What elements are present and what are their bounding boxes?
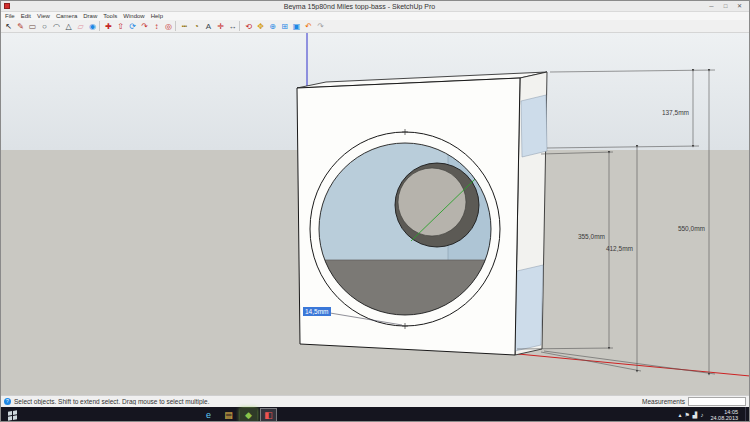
menubar: FileEditViewCameraDrawToolsWindowHelp [1, 12, 749, 20]
offset-tool-icon[interactable]: ◎ [163, 21, 174, 32]
measurements-input[interactable] [688, 397, 746, 406]
minimize-button[interactable]: ─ [705, 2, 718, 11]
clock-date: 24.08.2013 [710, 415, 738, 422]
zoom-extents-tool-icon[interactable]: ▣ [291, 21, 302, 32]
window-title: Beyma 15p80nd Miles topp-bass - SketchUp… [14, 3, 705, 10]
driver-cylinder-bore[interactable] [398, 168, 466, 236]
tray-volume-icon[interactable]: ♪ [700, 407, 703, 422]
speaker-box-model[interactable] [297, 72, 547, 355]
selected-dimension-label[interactable]: 14,5mm [305, 308, 328, 315]
rotate-tool-icon[interactable]: ⟳ [127, 21, 138, 32]
viewport-3d[interactable]: 137,5mm 550,0mm 355,0mm 412,5mm 14,5mm [1, 33, 750, 395]
text-tool-icon[interactable]: A [203, 21, 214, 32]
taskbar-ie-icon[interactable]: e [200, 408, 217, 422]
tray-network-icon[interactable]: ▟ [693, 407, 698, 422]
scale-tool-icon[interactable]: ↕ [151, 21, 162, 32]
side-panel-upper[interactable] [521, 95, 547, 157]
menu-item[interactable]: Window [123, 13, 144, 19]
orbit-tool-icon[interactable]: ⟲ [243, 21, 254, 32]
menu-item[interactable]: Camera [56, 13, 77, 19]
dimension-tool-icon[interactable]: ↔ [227, 21, 238, 32]
followme-tool-icon[interactable]: ↷ [139, 21, 150, 32]
taskbar: e▤◆◧ ▴⚑▟♪ 14:05 24.08.2013 [1, 407, 749, 422]
taskbar-app-green-icon[interactable]: ◆ [240, 408, 257, 422]
next-view-tool-icon[interactable]: ↷ [315, 21, 326, 32]
zoom-tool-icon[interactable]: ⊕ [267, 21, 278, 32]
start-button[interactable] [8, 410, 17, 420]
line-tool-icon[interactable]: ✎ [15, 21, 26, 32]
system-tray: ▴⚑▟♪ 14:05 24.08.2013 [678, 407, 749, 422]
menu-item[interactable]: Draw [83, 13, 97, 19]
tape-measure-tool-icon[interactable]: ┅ [179, 21, 190, 32]
window-controls: ─ □ ✕ [705, 2, 746, 11]
dimension-label[interactable]: 550,0mm [678, 225, 705, 232]
toolbar-separator [175, 21, 178, 31]
move-tool-icon[interactable]: ✚ [103, 21, 114, 32]
tray-icons: ▴⚑▟♪ [678, 407, 703, 422]
maximize-button[interactable]: □ [719, 2, 732, 11]
dimension-label[interactable]: 137,5mm [662, 109, 689, 116]
menu-item[interactable]: Edit [21, 13, 31, 19]
toolbar: ↖✎▭○◠△▱◉✚⇧⟳↷↕◎┅◔A✛↔⟲✥⊕⊞▣↶↷ [1, 20, 749, 33]
status-help-icon[interactable]: ? [4, 398, 11, 405]
zoom-window-tool-icon[interactable]: ⊞ [279, 21, 290, 32]
pan-tool-icon[interactable]: ✥ [255, 21, 266, 32]
arc-tool-icon[interactable]: ◠ [51, 21, 62, 32]
paintbucket-tool-icon[interactable]: ◉ [87, 21, 98, 32]
menu-item[interactable]: File [5, 13, 15, 19]
menu-item[interactable]: Help [151, 13, 163, 19]
toolbar-separator [239, 21, 242, 31]
sketchup-window: Beyma 15p80nd Miles topp-bass - SketchUp… [0, 0, 750, 422]
dimension-label[interactable]: 355,0mm [578, 233, 605, 240]
taskbar-clock[interactable]: 14:05 24.08.2013 [710, 409, 738, 422]
measurements-label: Measurements [642, 398, 685, 405]
select-tool-icon[interactable]: ↖ [3, 21, 14, 32]
protractor-tool-icon[interactable]: ◔ [191, 21, 202, 32]
previous-view-tool-icon[interactable]: ↶ [303, 21, 314, 32]
tray-flag-icon[interactable]: ⚑ [684, 407, 689, 422]
statusbar: ? Select objects. Shift to extend select… [1, 395, 749, 407]
side-panel-lower[interactable] [515, 265, 543, 351]
taskbar-apps: e▤◆◧ [200, 407, 277, 422]
dimension-label[interactable]: 412,5mm [606, 245, 633, 252]
polygon-tool-icon[interactable]: △ [63, 21, 74, 32]
taskbar-sketchup-icon[interactable]: ◧ [260, 408, 277, 422]
menu-item[interactable]: View [37, 13, 50, 19]
pushpull-tool-icon[interactable]: ⇧ [115, 21, 126, 32]
circle-tool-icon[interactable]: ○ [39, 21, 50, 32]
axes-tool-icon[interactable]: ✛ [215, 21, 226, 32]
eraser-tool-icon[interactable]: ▱ [75, 21, 86, 32]
tray-show-hidden-icon[interactable]: ▴ [678, 407, 681, 422]
close-button[interactable]: ✕ [733, 2, 746, 11]
show-desktop-button[interactable] [745, 407, 749, 422]
titlebar: Beyma 15p80nd Miles topp-bass - SketchUp… [1, 1, 749, 12]
status-hint: Select objects. Shift to extend select. … [14, 398, 642, 405]
taskbar-explorer-icon[interactable]: ▤ [220, 408, 237, 422]
toolbar-separator [99, 21, 102, 31]
rectangle-tool-icon[interactable]: ▭ [27, 21, 38, 32]
menu-item[interactable]: Tools [103, 13, 117, 19]
sketchup-app-icon [4, 3, 10, 9]
